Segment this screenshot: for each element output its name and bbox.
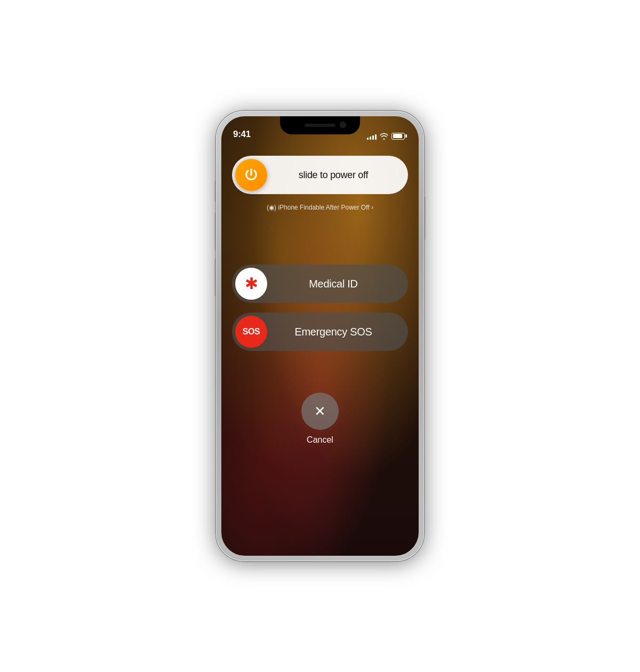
cancel-container: ✕ Cancel (301, 393, 339, 445)
power-slider-thumb[interactable] (235, 159, 267, 191)
notch (280, 116, 360, 134)
phone-device: 9:41 (216, 111, 424, 561)
status-icons (367, 132, 407, 140)
front-camera (340, 122, 346, 128)
power-icon (244, 167, 259, 182)
power-off-slider[interactable]: slide to power off (232, 156, 408, 194)
medical-id-icon-circle: ✱ (235, 268, 267, 300)
emergency-sos-slider[interactable]: SOS Emergency SOS (232, 313, 408, 351)
medical-id-label: Medical ID (267, 278, 405, 290)
wifi-icon (380, 133, 388, 140)
speaker (305, 124, 335, 127)
findable-label: (◉) iPhone Findable After Power Off › (267, 204, 373, 211)
screen-content: slide to power off (◉) iPhone Findable A… (221, 143, 419, 556)
sos-icon: SOS (243, 327, 260, 337)
cancel-label: Cancel (307, 435, 333, 445)
emergency-sos-label: Emergency SOS (267, 326, 405, 338)
battery-icon (391, 133, 407, 140)
power-off-label: slide to power off (267, 170, 405, 181)
phone-screen: 9:41 (221, 116, 419, 556)
cancel-button[interactable]: ✕ (301, 393, 339, 430)
sos-icon-circle: SOS (235, 316, 267, 348)
status-time: 9:41 (233, 129, 251, 140)
cancel-icon: ✕ (314, 404, 326, 418)
medical-id-slider[interactable]: ✱ Medical ID (232, 265, 408, 303)
signal-icon (367, 132, 377, 140)
medical-icon: ✱ (245, 276, 258, 292)
findable-text: (◉) iPhone Findable After Power Off › (267, 204, 373, 211)
